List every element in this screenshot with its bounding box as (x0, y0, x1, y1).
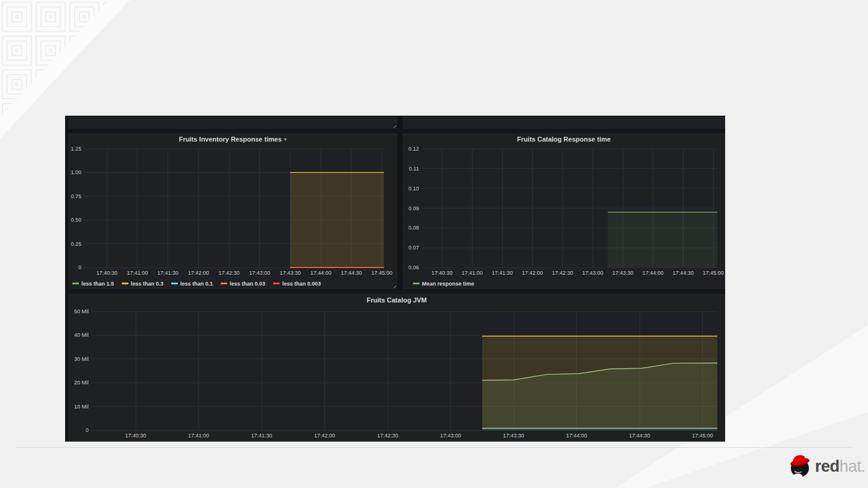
wordmark-hat: hat. (840, 457, 866, 475)
legend-item[interactable]: Mean response time (413, 281, 474, 287)
svg-text:17:42:00: 17:42:00 (314, 433, 335, 439)
redhat-wordmark: redhat. (815, 457, 866, 476)
caret-down-icon: ▾ (284, 137, 286, 142)
svg-text:17:41:00: 17:41:00 (188, 433, 209, 439)
panel-title-text: Fruits Catalog JVM (366, 296, 427, 304)
legend-label: Mean response time (422, 281, 474, 287)
svg-text:17:43:30: 17:43:30 (612, 270, 634, 276)
svg-text:17:42:00: 17:42:00 (522, 270, 543, 276)
svg-text:17:41:00: 17:41:00 (127, 270, 148, 276)
svg-text:17:40:30: 17:40:30 (96, 270, 118, 276)
svg-text:0.75: 0.75 (71, 193, 81, 199)
svg-text:0.09: 0.09 (408, 205, 419, 211)
panel-fruits-catalog-jvm: Fruits Catalog JVM 010 Mil20 Mil30 Mil40… (68, 294, 725, 442)
chart-legend: Mean response time (403, 278, 725, 289)
svg-text:17:44:00: 17:44:00 (566, 433, 587, 439)
svg-text:0.25: 0.25 (71, 241, 81, 247)
svg-text:0.08: 0.08 (408, 225, 419, 231)
clipped-panel-above-left (68, 116, 397, 129)
panel-title[interactable]: Fruits Catalog JVM (68, 294, 725, 306)
legend-item[interactable]: less than 0.003 (273, 281, 321, 287)
svg-text:17:41:30: 17:41:30 (492, 270, 513, 276)
grafana-dashboard: Fruits Inventory Response times ▾ 00.250… (65, 116, 725, 442)
inventory-response-times-chart[interactable]: 00.250.500.751.001.2517:40:3017:41:0017:… (68, 145, 397, 278)
svg-text:17:43:00: 17:43:00 (249, 270, 270, 276)
svg-text:1.25: 1.25 (71, 146, 81, 152)
chart-legend: less than 1.5less than 0.3less than 0.1l… (68, 278, 397, 289)
svg-text:17:41:00: 17:41:00 (462, 270, 483, 276)
svg-text:17:43:00: 17:43:00 (440, 433, 461, 439)
panel-title[interactable]: Fruits Catalog Response time (403, 133, 725, 145)
svg-text:17:42:00: 17:42:00 (188, 270, 209, 276)
svg-text:17:44:00: 17:44:00 (310, 270, 332, 276)
svg-text:0: 0 (78, 264, 81, 271)
legend-swatch (221, 283, 227, 284)
svg-text:17:45:00: 17:45:00 (692, 433, 713, 439)
svg-text:17:44:30: 17:44:30 (673, 270, 694, 276)
footer-divider (16, 447, 852, 448)
panel-fruits-catalog-response-time: Fruits Catalog Response time 0.060.070.0… (403, 133, 725, 289)
legend-swatch (122, 283, 128, 284)
clipped-panel-above-right (403, 116, 725, 129)
svg-text:0: 0 (86, 427, 89, 433)
slide: Fruits Inventory Response times ▾ 00.250… (0, 0, 868, 488)
panel-title-text: Fruits Catalog Response time (517, 136, 611, 143)
svg-text:17:44:30: 17:44:30 (629, 433, 650, 439)
svg-text:17:40:30: 17:40:30 (125, 433, 146, 439)
catalog-jvm-chart[interactable]: 010 Mil20 Mil30 Mil40 Mil50 Mil17:40:301… (68, 306, 725, 442)
panel-resize-handle[interactable] (392, 124, 396, 128)
svg-text:17:42:30: 17:42:30 (377, 433, 398, 439)
panel-title-text: Fruits Inventory Response times (179, 136, 282, 143)
svg-text:0.06: 0.06 (408, 264, 419, 271)
svg-text:1.00: 1.00 (71, 169, 81, 175)
panel-fruits-inventory-response-times: Fruits Inventory Response times ▾ 00.250… (68, 133, 397, 289)
legend-item[interactable]: less than 0.3 (122, 281, 163, 287)
legend-label: less than 0.1 (180, 281, 213, 287)
svg-text:17:43:00: 17:43:00 (582, 270, 603, 276)
svg-text:17:44:30: 17:44:30 (341, 270, 362, 276)
svg-text:17:43:30: 17:43:30 (503, 433, 524, 439)
svg-text:0.07: 0.07 (408, 245, 419, 251)
legend-label: less than 1.5 (81, 281, 114, 287)
svg-text:17:42:30: 17:42:30 (218, 270, 239, 276)
legend-label: less than 0.03 (230, 281, 265, 287)
svg-text:0.50: 0.50 (71, 217, 81, 223)
legend-swatch (171, 283, 178, 284)
redhat-logo: redhat. (788, 453, 866, 480)
svg-text:0.11: 0.11 (409, 166, 419, 172)
catalog-response-time-chart[interactable]: 0.060.070.080.090.100.110.1217:40:3017:4… (403, 145, 725, 278)
svg-text:0.12: 0.12 (408, 146, 419, 152)
panel-title[interactable]: Fruits Inventory Response times ▾ (68, 133, 397, 145)
svg-text:50 Mil: 50 Mil (74, 308, 89, 314)
svg-text:17:44:00: 17:44:00 (643, 270, 664, 276)
svg-text:17:41:30: 17:41:30 (157, 270, 178, 276)
redhat-shadowman-icon (788, 453, 811, 480)
svg-text:10 Mil: 10 Mil (74, 404, 89, 410)
svg-text:17:45:00: 17:45:00 (703, 270, 724, 276)
legend-swatch (413, 283, 420, 284)
legend-item[interactable]: less than 0.1 (171, 281, 213, 287)
legend-item[interactable]: less than 1.5 (72, 281, 114, 287)
svg-text:40 Mil: 40 Mil (74, 332, 89, 338)
legend-item[interactable]: less than 0.03 (221, 281, 265, 287)
svg-text:20 Mil: 20 Mil (74, 380, 89, 386)
legend-label: less than 0.003 (282, 281, 321, 287)
legend-swatch (72, 283, 79, 284)
svg-text:0.10: 0.10 (408, 186, 419, 192)
svg-text:17:45:00: 17:45:00 (371, 270, 392, 276)
svg-text:30 Mil: 30 Mil (74, 356, 89, 362)
svg-text:17:41:30: 17:41:30 (251, 433, 272, 439)
wordmark-red: red (815, 457, 840, 475)
svg-text:17:43:30: 17:43:30 (280, 270, 301, 276)
legend-label: less than 0.3 (131, 281, 163, 287)
svg-text:17:42:30: 17:42:30 (552, 270, 573, 276)
svg-text:17:40:30: 17:40:30 (432, 270, 453, 276)
legend-swatch (273, 283, 280, 284)
